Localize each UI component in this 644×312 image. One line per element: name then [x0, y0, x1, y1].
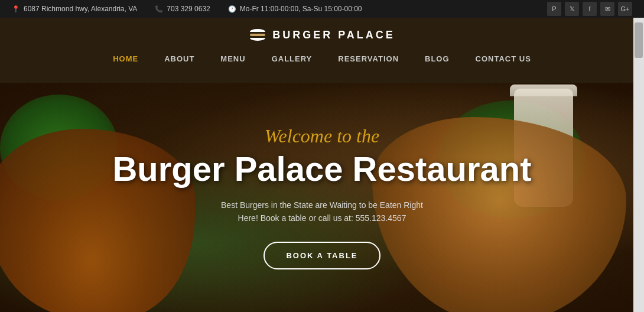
- hero-title: Burger Palace Restaurant: [112, 150, 531, 188]
- logo-text: BURGER PALACE: [272, 29, 395, 41]
- hero-subtitle: Welcome to the: [112, 125, 531, 147]
- hero-section: Welcome to the Burger Palace Restaurant …: [0, 83, 644, 312]
- logo-icon: [249, 26, 266, 44]
- phone-item: 📞 703 329 0632: [155, 5, 210, 13]
- social-facebook[interactable]: f: [583, 2, 597, 16]
- burger-bun-top: [250, 29, 265, 32]
- hero-desc-line1: Best Burgers in the State are Waiting to…: [221, 200, 423, 210]
- scrollbar[interactable]: [633, 18, 644, 312]
- clock-icon: 🕐: [228, 5, 236, 13]
- hero-description: Best Burgers in the State are Waiting to…: [112, 199, 531, 225]
- logo: BURGER PALACE: [249, 26, 395, 44]
- scrollbar-thumb[interactable]: [635, 22, 643, 58]
- hours-text: Mo-Fr 11:00-00:00, Sa-Su 15:00-00:00: [240, 5, 362, 13]
- hero-desc-line2: Here! Book a table or call us at: 555.12…: [238, 213, 406, 223]
- social-twitter[interactable]: 𝕏: [565, 2, 579, 16]
- main-nav: HOME ABOUT MENU GALLERY RESERVATION BLOG…: [100, 50, 544, 68]
- top-bar: 📍 6087 Richmond hwy, Alexandria, VA 📞 70…: [0, 0, 644, 18]
- hours-item: 🕐 Mo-Fr 11:00-00:00, Sa-Su 15:00-00:00: [228, 5, 362, 13]
- phone-text: 703 329 0632: [167, 5, 210, 13]
- social-links: P 𝕏 f ✉ G+: [547, 2, 632, 16]
- nav-reservation[interactable]: RESERVATION: [325, 50, 412, 68]
- book-table-button[interactable]: BOOK A TABLE: [264, 242, 380, 269]
- social-pinterest[interactable]: P: [547, 2, 561, 16]
- address-item: 📍 6087 Richmond hwy, Alexandria, VA: [12, 5, 137, 13]
- burger-patty: [250, 34, 265, 36]
- nav-contact[interactable]: CONTACT US: [463, 50, 544, 68]
- nav-about[interactable]: ABOUT: [151, 50, 207, 68]
- social-googleplus[interactable]: G+: [618, 2, 632, 16]
- header: BURGER PALACE HOME ABOUT MENU GALLERY RE…: [0, 18, 644, 83]
- social-email[interactable]: ✉: [600, 2, 614, 16]
- nav-menu[interactable]: MENU: [207, 50, 258, 68]
- hero-content: Welcome to the Burger Palace Restaurant …: [112, 125, 531, 269]
- burger-bun-bottom: [250, 38, 265, 41]
- nav-gallery[interactable]: GALLERY: [259, 50, 326, 68]
- address-text: 6087 Richmond hwy, Alexandria, VA: [24, 5, 137, 13]
- nav-blog[interactable]: BLOG: [412, 50, 463, 68]
- location-icon: 📍: [12, 5, 20, 13]
- phone-icon: 📞: [155, 5, 163, 13]
- nav-home[interactable]: HOME: [100, 50, 151, 68]
